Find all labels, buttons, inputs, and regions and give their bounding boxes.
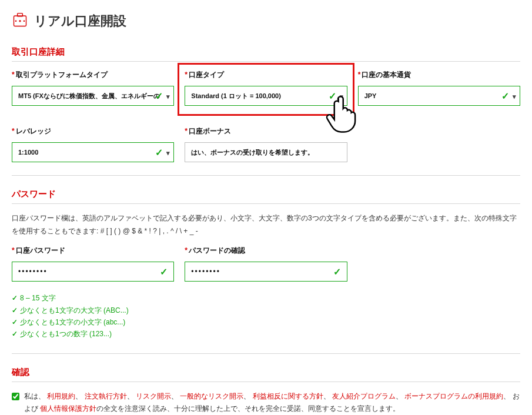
password-requirements-list: 8 – 15 文字 少なくとも1文字の大文字 (ABC...) 少なくとも1文字… [12,292,520,340]
check-icon: ✓ [501,91,509,102]
field-password-confirm: *パスワードの確認 •••••••• ✓ [185,246,347,282]
label-password-confirm: *パスワードの確認 [185,246,347,256]
agreement-text: 私は、 利用規約、 注文執行方針、 リスク開示、 一般的なリスク開示、 利益相反… [24,390,520,415]
select-account-type-value: Standard (1 ロット = 100,000) [191,92,281,101]
agreement-checkbox[interactable] [12,393,19,400]
label-leverage: *レバレッジ [12,126,174,136]
link-referral-program[interactable]: 友人紹介プログラム [332,392,396,400]
account-open-icon [12,12,28,30]
select-currency[interactable]: JPY ✓ ▾ [358,86,520,106]
select-account-type[interactable]: Standard (1 ロット = 100,000) ✓ ▾ [185,86,347,106]
check-icon: ✓ [155,147,163,158]
pw-req-item: 8 – 15 文字 [12,292,520,304]
label-platform: *取引プラットフォームタイプ [12,70,174,80]
select-platform[interactable]: MT5 (FXならびに株価指数、金属、エネルギーの ✓ ▾ [12,86,174,106]
field-account-type: *口座タイプ Standard (1 ロット = 100,000) ✓ ▾ [185,70,347,116]
pw-req-item: 少なくとも1文字の小文字 (abc...) [12,316,520,328]
check-icon: ✓ [155,91,163,102]
input-password-value: •••••••• [18,267,48,276]
pw-req-item: 少なくとも1文字の大文字 (ABC...) [12,304,520,316]
agreement-row: 私は、 利用規約、 注文執行方針、 リスク開示、 一般的なリスク開示、 利益相反… [12,390,520,415]
password-hint-text: 口座パスワード欄は、英語のアルファベットで記入する必要があり、小文字、大文字、数… [12,212,520,237]
input-password-confirm-value: •••••••• [191,267,220,276]
select-currency-value: JPY [364,92,377,99]
page-header: リアル口座開設 [12,12,520,30]
label-account-type: *口座タイプ [185,70,347,80]
divider [12,353,520,354]
chevron-down-icon: ▾ [513,93,516,101]
section-heading-password: パスワード [12,189,520,204]
input-password[interactable]: •••••••• ✓ [12,262,174,282]
select-leverage-value: 1:1000 [18,149,38,156]
link-terms[interactable]: 利用規約 [47,392,75,400]
link-privacy-policy[interactable]: 個人情報保護方針 [40,404,96,413]
label-currency: *口座の基本通貨 [358,70,520,80]
chevron-down-icon: ▾ [166,93,170,101]
link-conflict-interest[interactable]: 利益相反に関する方針 [253,392,323,400]
check-icon: ✓ [333,266,342,277]
field-currency: *口座の基本通貨 JPY ✓ ▾ [358,70,520,116]
section-heading-account-details: 取引口座詳細 [12,46,520,62]
page-title: リアル口座開設 [34,12,126,30]
select-platform-value: MT5 (FXならびに株価指数、金属、エネルギーの [18,92,160,101]
section-heading-confirm: 確認 [12,367,520,382]
select-leverage[interactable]: 1:1000 ✓ ▾ [12,142,174,162]
field-platform: *取引プラットフォームタイプ MT5 (FXならびに株価指数、金属、エネルギーの… [12,70,174,116]
label-password: *口座パスワード [12,246,174,256]
link-general-risk[interactable]: 一般的なリスク開示 [180,392,243,400]
field-password: *口座パスワード •••••••• ✓ [12,246,174,282]
field-leverage: *レバレッジ 1:1000 ✓ ▾ [12,126,174,162]
label-bonus: *口座ボーナス [185,126,347,136]
check-icon: ✓ [160,266,169,277]
check-icon: ✓ [329,91,336,102]
link-risk-disclosure[interactable]: リスク開示 [136,392,171,400]
select-bonus-value: はい、ボーナスの受け取りを希望します。 [191,148,314,157]
link-bonus-terms[interactable]: ボーナスプログラムの利用規約 [404,392,503,400]
highlight-account-type: *口座タイプ Standard (1 ロット = 100,000) ✓ ▾ [178,63,354,116]
divider [12,175,520,176]
link-execution-policy[interactable]: 注文執行方針 [85,392,127,400]
chevron-down-icon: ▾ [340,93,343,101]
select-bonus[interactable]: はい、ボーナスの受け取りを希望します。 [185,142,347,162]
pw-req-item: 少なくとも1つの数字 (123...) [12,328,520,340]
input-password-confirm[interactable]: •••••••• ✓ [185,262,347,282]
field-bonus: *口座ボーナス はい、ボーナスの受け取りを希望します。 [185,126,347,162]
chevron-down-icon: ▾ [166,149,170,157]
